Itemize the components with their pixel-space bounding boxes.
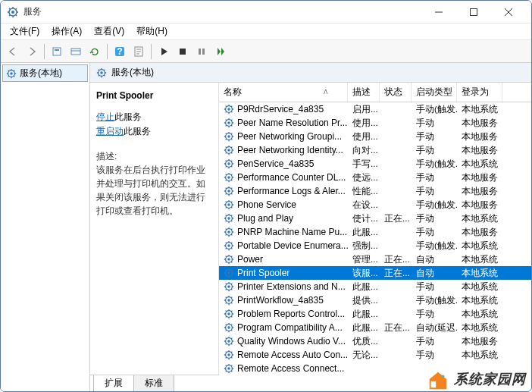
tab-extended[interactable]: 扩展 — [93, 375, 134, 391]
cell-state — [380, 149, 412, 151]
cell-name: P9RdrService_4a835 — [237, 104, 324, 114]
cell-desc: 向对... — [348, 144, 380, 157]
table-row[interactable]: Problem Reports Control...此服...手动本地系统 — [219, 307, 531, 321]
table-row[interactable]: PNRP Machine Name Pu...此服...手动本地服务 — [219, 225, 531, 239]
table-row[interactable]: Quality Windows Audio V...优质...手动本地服务 — [219, 334, 531, 348]
cell-logon: 本地系统 — [457, 349, 502, 362]
maximize-button[interactable] — [457, 2, 490, 23]
back-button[interactable] — [4, 42, 22, 61]
forward-button[interactable] — [23, 42, 41, 61]
cell-name: Performance Logs & Aler... — [237, 186, 346, 196]
svg-text:?: ? — [117, 46, 122, 57]
help-button[interactable]: ? — [111, 42, 129, 61]
table-row[interactable]: Peer Networking Groupi...使用...手动本地服务 — [219, 130, 531, 143]
cell-desc: 此服... — [348, 321, 380, 334]
close-button[interactable] — [492, 2, 525, 23]
restart-suffix: 此服务 — [124, 126, 151, 136]
column-start[interactable]: 启动类型 — [412, 83, 457, 102]
cell-logon: 本地服务 — [457, 185, 502, 198]
service-icon — [224, 363, 234, 374]
cell-logon: 本地系统 — [457, 103, 502, 116]
service-icon — [224, 254, 234, 265]
cell-start: 手动(触发... — [412, 294, 457, 307]
pane-header: 服务(本地) — [90, 63, 531, 83]
column-logon[interactable]: 登录为 — [457, 83, 502, 102]
tree-root-item[interactable]: 服务(本地) — [2, 64, 88, 82]
desc-label: 描述: — [96, 149, 212, 163]
cell-start: 自动(延迟... — [412, 321, 457, 334]
table-row[interactable]: PrintWorkflow_4a835提供...手动(触发...本地系统 — [219, 293, 531, 307]
cell-state: 正在... — [380, 321, 412, 334]
table-row[interactable]: Remote Access Connect... — [219, 362, 531, 375]
cell-logon: 本地服务 — [457, 117, 502, 130]
cell-logon: 本地系统 — [457, 308, 502, 321]
minimize-button[interactable] — [422, 2, 455, 23]
table-row[interactable]: Remote Access Auto Con...无论...手动本地系统 — [219, 348, 531, 362]
menu-action[interactable]: 操作(A) — [45, 24, 88, 39]
cell-start: 手动(触发... — [412, 240, 457, 252]
service-icon — [224, 268, 234, 278]
service-icon — [224, 199, 234, 210]
service-icon — [224, 322, 234, 333]
cell-state — [380, 231, 412, 233]
table-row[interactable]: Performance Logs & Aler...性能...手动本地服务 — [219, 184, 531, 198]
stop-button[interactable] — [174, 42, 192, 61]
toolbar-icon-2[interactable] — [67, 42, 85, 61]
tab-standard[interactable]: 标准 — [133, 375, 174, 391]
column-state[interactable]: 状态 — [380, 83, 412, 102]
service-icon — [224, 131, 234, 142]
svg-rect-3 — [53, 48, 61, 55]
pause-button[interactable] — [192, 42, 211, 61]
service-icon — [224, 336, 234, 347]
table-row[interactable]: Performance Counter DL...使远...手动本地服务 — [219, 171, 531, 184]
table-row[interactable]: P9RdrService_4a835启用...手动(触发...本地系统 — [219, 102, 531, 116]
cell-start: 手动 — [412, 185, 457, 198]
menu-help[interactable]: 帮助(H) — [130, 24, 174, 39]
table-row[interactable]: Peer Networking Identity...向对...手动本地服务 — [219, 143, 531, 157]
cell-name: Peer Name Resolution Pr... — [237, 118, 347, 128]
cell-start: 自动 — [412, 253, 457, 266]
table-header: 名称ᐱ 描述 状态 启动类型 登录为 — [219, 83, 531, 102]
table-row[interactable]: Peer Name Resolution Pr...使用...手动本地服务 — [219, 116, 531, 130]
table-body[interactable]: P9RdrService_4a835启用...手动(触发...本地系统Peer … — [219, 102, 531, 387]
table-row[interactable]: Phone Service在设...手动(触发...本地服务 — [219, 198, 531, 212]
restart-button[interactable] — [211, 42, 230, 61]
service-table: 名称ᐱ 描述 状态 启动类型 登录为 P9RdrService_4a835启用.… — [219, 83, 531, 391]
table-row[interactable]: Plug and Play使计...正在...手动本地系统 — [219, 212, 531, 225]
cell-state — [380, 136, 412, 137]
toolbar-icon-1[interactable] — [48, 42, 66, 61]
cell-logon: 本地系统 — [457, 158, 502, 171]
table-row[interactable]: Power管理...正在...自动本地系统 — [219, 252, 531, 266]
cell-state — [380, 190, 412, 192]
menu-bar: 文件(F) 操作(A) 查看(V) 帮助(H) — [1, 24, 531, 40]
cell-desc: 该服... — [348, 267, 380, 280]
cell-logon: 本地服务 — [457, 144, 502, 157]
column-desc[interactable]: 描述 — [348, 83, 380, 102]
menu-view[interactable]: 查看(V) — [88, 24, 130, 39]
column-name[interactable]: 名称ᐱ — [219, 83, 348, 102]
cell-name: PenService_4a835 — [237, 158, 314, 169]
table-row[interactable]: PenService_4a835手写...手动(触发...本地系统 — [219, 157, 531, 171]
cell-start: 手动 — [412, 281, 457, 293]
table-row[interactable]: Printer Extensions and N...此服...手动本地系统 — [219, 280, 531, 293]
table-row[interactable]: Program Compatibility A...此服...正在...自动(延… — [219, 321, 531, 334]
cell-state — [380, 340, 412, 342]
restart-service-link[interactable]: 重启动 — [96, 126, 124, 136]
cell-desc: 优质... — [348, 335, 380, 348]
stop-service-link[interactable]: 停止 — [96, 111, 114, 122]
cell-state — [380, 313, 412, 315]
cell-state — [380, 368, 412, 369]
cell-start — [412, 368, 457, 369]
properties-button[interactable] — [130, 42, 148, 61]
refresh-button[interactable] — [86, 42, 104, 61]
table-row[interactable]: Print Spooler该服...正在...自动本地系统 — [219, 266, 531, 280]
cell-desc: 强制... — [348, 240, 380, 252]
service-icon — [224, 240, 234, 251]
cell-state: 正在... — [380, 267, 412, 280]
play-button[interactable] — [155, 42, 173, 61]
cell-desc: 使用... — [348, 117, 380, 130]
service-icon — [224, 104, 234, 114]
table-row[interactable]: Portable Device Enumera...强制...手动(触发...本… — [219, 239, 531, 252]
menu-file[interactable]: 文件(F) — [4, 24, 45, 39]
cell-desc: 此服... — [348, 308, 380, 321]
